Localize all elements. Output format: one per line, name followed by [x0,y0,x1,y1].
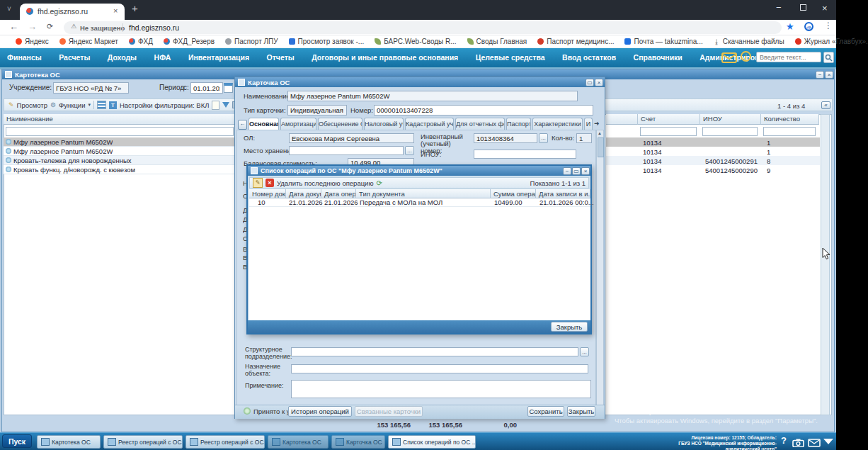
tab-otchetnye-formy[interactable]: Для отчетных форм [455,118,505,130]
tab-kadastrovyj[interactable]: Кадастровый учет [405,118,454,130]
card-scrollbar[interactable]: ▲ ▼ [596,130,604,410]
quantity-filter-input[interactable] [763,127,816,136]
kartoteka-close-icon[interactable]: × [825,71,833,79]
tab-amortizaciya[interactable]: Амортизация [280,118,316,130]
filter-letter-icon[interactable]: T [109,101,117,109]
bookmark-item[interactable]: Яндекс [16,38,49,45]
search-button[interactable] [823,52,834,63]
bookmark-item[interactable]: ФХД_Резерв [164,38,215,45]
scroll-up-icon[interactable]: ▲ [598,131,602,135]
window-minimize-icon[interactable]: − [776,2,782,13]
nav-item-otchety[interactable]: Отчеты [260,48,302,67]
card-close-icon[interactable]: × [595,79,603,86]
ops-col-docdate[interactable]: Дата докум... [286,189,321,198]
struct-field[interactable] [291,347,578,356]
nav-item-spravochniki[interactable]: Справочники [627,48,690,67]
filter-state-label[interactable]: Настройки фильтрации: ВКЛ [120,101,209,109]
tab-pasport[interactable]: Паспорт [506,118,531,130]
window-restore-icon[interactable] [800,4,806,11]
bookmark-item[interactable]: ⭳Скачанные файлы [714,38,784,45]
tab-close-icon[interactable]: × [113,6,118,15]
ops-col-recdate[interactable]: Дата записи в и... [536,189,590,198]
inou-field[interactable] [474,150,576,159]
browser-tab[interactable]: fhd.egisznso.ru × [20,4,125,20]
taskbar-item-kartoteka-1[interactable]: Картотека ОС [37,435,101,449]
collapse-panel-icon[interactable]: « [821,101,830,109]
operations-minimize-icon[interactable]: − [563,167,571,175]
account-column-header[interactable]: Счет [638,114,700,125]
tab-list-chevron-icon[interactable]: ˅ [7,5,11,13]
scroll-thumb[interactable] [598,137,604,157]
institution-field[interactable] [53,82,129,94]
card-titlebar[interactable]: Карточка ОС [235,77,605,87]
funnel-icon[interactable] [222,102,229,108]
new-tab-icon[interactable]: + [132,2,138,14]
asset-row[interactable]: Мфу лазерное Pantum M6502W [4,137,236,147]
nav-item-finansy[interactable]: Финансы [0,48,49,67]
card-name-field[interactable] [287,91,578,101]
nav-item-dogovory[interactable]: Договоры и иные правовые основания [304,48,465,67]
asset-row[interactable]: Кровать функц. д/новорожд. с кювезом [4,165,236,174]
ops-col-number[interactable]: Номер доку... [249,189,286,198]
view-button[interactable]: Просмотр [17,101,47,109]
operations-close-button[interactable]: Закрыть [551,322,588,332]
camera-icon[interactable] [792,437,804,450]
reload-icon[interactable]: ⟳ [47,22,53,31]
tabs-scroll-right-icon[interactable]: ➜ [594,120,600,127]
nav-item-celevye[interactable]: Целевые средства [469,48,552,67]
asset-row[interactable]: Кровать-тележка для новорожденных [4,156,236,165]
ops-col-doctype[interactable]: Тип документа [356,189,491,198]
tab-obescenenie[interactable]: Обесценение ОС [318,118,362,130]
functions-button[interactable]: Функции [59,101,85,109]
inou-column-header[interactable]: ИНОУ [700,114,761,125]
bookmark-star-icon[interactable]: ★ [786,21,794,32]
quantity-column-header[interactable]: Количество [761,114,819,125]
help-icon[interactable]: ? [781,435,787,446]
taskbar-item-kartochka[interactable]: Карточка ОС [331,435,385,449]
tab-nalogovyj[interactable]: Налоговый учет [364,118,404,130]
name-filter-input[interactable] [6,127,234,136]
envelope-icon[interactable] [808,437,821,450]
profile-icon[interactable]: @ [804,22,813,31]
card-type-field[interactable] [287,105,347,116]
security-warning-icon[interactable]: ⚠ [71,23,76,30]
kartoteka-minimize-icon[interactable]: − [816,71,824,79]
qty-field[interactable] [576,133,592,143]
tabs-scroll-left-icon[interactable]: ← [238,120,247,130]
start-button[interactable]: Пуск [2,434,32,448]
nav-item-dohody[interactable]: Доходы [101,48,144,67]
bookmark-item[interactable]: БАРС.Web-Своды R... [375,38,456,45]
account-filter-input[interactable] [640,127,697,136]
tab-harakteristiki[interactable]: Характеристики [532,118,583,130]
operations-restore-icon[interactable]: ▭ [572,167,581,175]
info-icon[interactable]: i [741,51,751,62]
note-field[interactable] [291,380,591,398]
bookmark-item[interactable]: Своды Главная [467,38,527,45]
period-date-field[interactable] [190,82,223,94]
purpose-field[interactable] [291,364,588,373]
bookmark-item[interactable]: Журнал «Главбух»... [795,38,868,45]
nav-item-raschety[interactable]: Расчеты [52,48,97,67]
taskbar-item-reestr-1[interactable]: Реестр операций с ОС [103,435,183,449]
refresh-operations-icon[interactable]: ⟳ [377,179,382,187]
card-restore-icon[interactable]: ▭ [586,79,594,86]
back-icon[interactable]: ← [9,21,18,32]
ol-field[interactable] [289,133,414,143]
bookmark-item[interactable]: ФХД [129,38,153,45]
ops-col-opdate[interactable]: Дата опера... [321,189,356,198]
card-save-button[interactable]: Сохранить [527,406,564,417]
url-text[interactable]: fhd.egisznso.ru [129,23,179,32]
nav-item-inventarizaciya[interactable]: Инвентаризация [181,48,256,67]
storage-field[interactable] [289,146,404,155]
bookmark-item[interactable]: Яндекс Маркет [59,38,118,45]
operations-titlebar[interactable]: Список операций по ОС "Мфу лазерное Pant… [248,166,590,176]
card-close-button[interactable]: Закрыть [567,406,595,417]
window-close-icon[interactable]: × [822,3,828,13]
doc-icon[interactable] [212,101,219,110]
taskbar-item-spisok-operacij[interactable]: Список операций по ОС ... [388,435,476,449]
right-grid-row[interactable] [606,137,820,147]
grid-scrollbar[interactable] [821,114,830,415]
tab-inye[interactable]: И [584,118,593,130]
delete-operation-label[interactable]: Удалить последнюю операцию [277,179,374,187]
address-bar[interactable]: ⚠ Не защищено fhd.egisznso.ru [64,21,782,34]
